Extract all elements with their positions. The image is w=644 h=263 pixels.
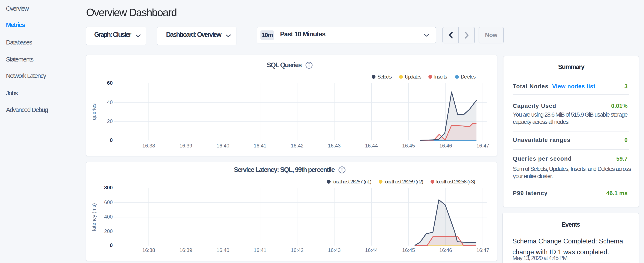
svg-text:16:42: 16:42 xyxy=(291,247,304,253)
svg-text:16:45: 16:45 xyxy=(402,143,415,149)
svg-text:16:38: 16:38 xyxy=(142,247,155,253)
svg-text:60: 60 xyxy=(107,80,113,86)
svg-text:16:39: 16:39 xyxy=(180,143,192,149)
svg-text:0: 0 xyxy=(110,242,113,248)
svg-text:0: 0 xyxy=(110,137,113,143)
svg-text:16:44: 16:44 xyxy=(365,143,378,149)
svg-text:16:47: 16:47 xyxy=(476,143,489,149)
svg-text:16:45: 16:45 xyxy=(402,247,415,253)
svg-text:16:47: 16:47 xyxy=(476,247,489,253)
svg-text:16:39: 16:39 xyxy=(180,247,192,253)
svg-text:16:42: 16:42 xyxy=(291,143,304,149)
svg-text:16:46: 16:46 xyxy=(439,143,452,149)
svg-text:16:43: 16:43 xyxy=(328,247,340,253)
svg-text:600: 600 xyxy=(104,199,113,205)
svg-text:200: 200 xyxy=(104,228,113,234)
svg-text:16:40: 16:40 xyxy=(217,143,230,149)
svg-text:400: 400 xyxy=(104,214,113,220)
svg-text:16:41: 16:41 xyxy=(254,247,266,253)
svg-text:20: 20 xyxy=(107,118,113,124)
svg-text:16:44: 16:44 xyxy=(365,247,378,253)
svg-text:40: 40 xyxy=(107,99,113,105)
svg-text:16:46: 16:46 xyxy=(439,247,452,253)
svg-text:16:40: 16:40 xyxy=(217,247,230,253)
svg-text:latency (ms): latency (ms) xyxy=(91,203,97,231)
svg-text:16:43: 16:43 xyxy=(328,143,340,149)
svg-text:800: 800 xyxy=(104,185,113,190)
svg-text:16:38: 16:38 xyxy=(142,143,155,149)
svg-text:16:41: 16:41 xyxy=(254,143,266,149)
svg-text:queries: queries xyxy=(91,103,97,120)
